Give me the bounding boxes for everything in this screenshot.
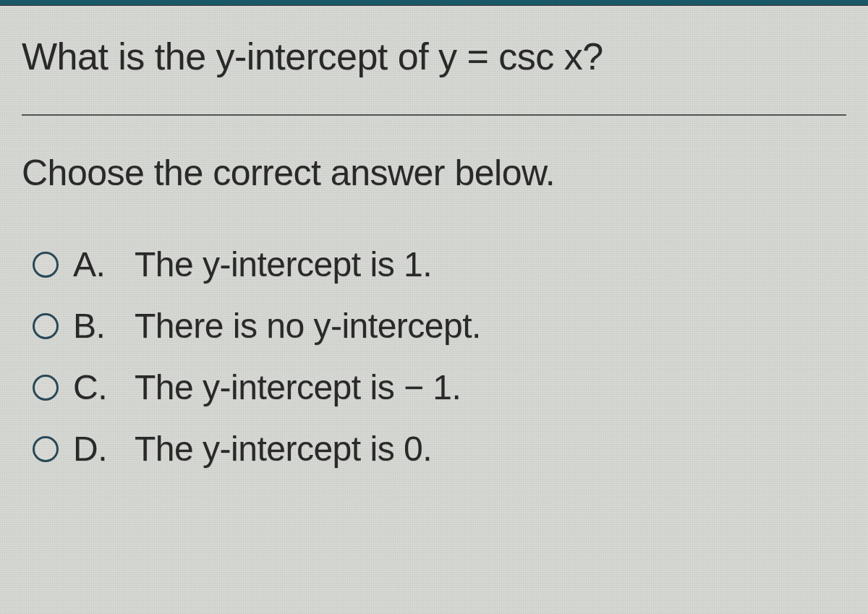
option-letter: A. <box>73 244 113 284</box>
question-content: What is the y-intercept of y = csc x? Ch… <box>0 6 868 512</box>
radio-icon[interactable] <box>33 436 59 462</box>
option-letter: B. <box>73 306 113 346</box>
radio-icon[interactable] <box>33 252 59 278</box>
options-list: A. The y-intercept is 1. B. There is no … <box>22 244 846 469</box>
radio-icon[interactable] <box>33 375 59 401</box>
option-d[interactable]: D. The y-intercept is 0. <box>33 429 846 469</box>
question-text: What is the y-intercept of y = csc x? <box>22 35 846 78</box>
option-text: The y-intercept is 0. <box>135 429 432 469</box>
option-c[interactable]: C. The y-intercept is − 1. <box>33 367 846 407</box>
radio-icon[interactable] <box>33 313 59 339</box>
option-text: There is no y-intercept. <box>135 306 481 346</box>
option-text: The y-intercept is 1. <box>135 244 432 284</box>
option-b[interactable]: B. There is no y-intercept. <box>33 306 846 346</box>
window-top-bar <box>0 0 868 6</box>
instruction-text: Choose the correct answer below. <box>22 152 846 194</box>
section-divider <box>22 114 846 116</box>
option-a[interactable]: A. The y-intercept is 1. <box>33 244 846 284</box>
option-text: The y-intercept is − 1. <box>135 367 461 407</box>
option-letter: D. <box>73 429 113 469</box>
option-letter: C. <box>73 367 113 407</box>
